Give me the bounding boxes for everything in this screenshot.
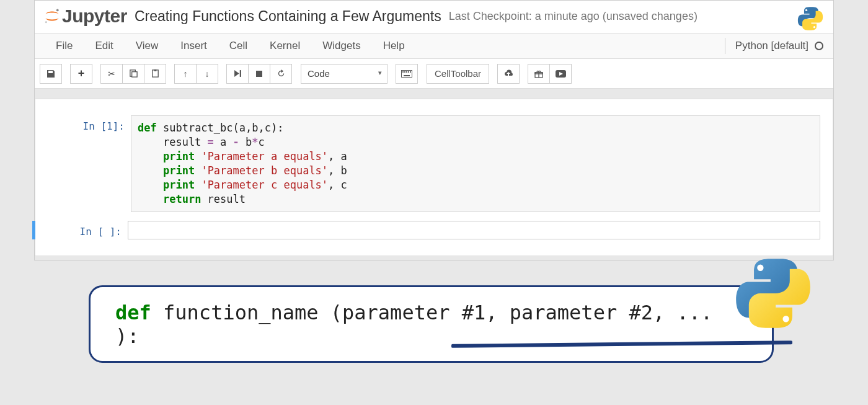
cut-button[interactable]: ✂ — [100, 64, 123, 84]
gift-button[interactable] — [528, 64, 550, 84]
gift-icon — [534, 69, 543, 78]
cloud-upload-icon — [503, 69, 514, 78]
command-palette-button[interactable] — [396, 64, 418, 84]
toolbar: + ✂ ↑ ↓ — [35, 59, 833, 89]
scissors-icon: ✂ — [108, 69, 115, 79]
upload-button[interactable] — [497, 64, 520, 84]
notebook-window: Jupyter Creating Functions Containing a … — [34, 0, 834, 260]
python-logo-large-icon — [732, 252, 814, 334]
menu-file[interactable]: File — [45, 36, 84, 56]
run-icon — [234, 69, 242, 78]
svg-rect-12 — [404, 71, 405, 73]
svg-rect-8 — [239, 70, 241, 77]
move-down-button[interactable]: ↓ — [196, 64, 218, 84]
notebook-panel: In [1]: def subtract_bc(a,b,c): result =… — [35, 99, 833, 256]
notebook-title[interactable]: Creating Functions Containing a Few Argu… — [135, 8, 441, 25]
youtube-icon — [556, 70, 566, 78]
paste-icon — [151, 69, 160, 78]
arrow-up-icon: ↑ — [184, 69, 188, 79]
restart-button[interactable] — [270, 64, 292, 84]
checkpoint-text: Last Checkpoint: a minute ago (unsaved c… — [449, 10, 698, 23]
svg-point-0 — [56, 9, 59, 11]
menu-cell[interactable]: Cell — [218, 36, 259, 56]
svg-rect-15 — [410, 71, 411, 73]
jupyter-logo-icon — [43, 7, 61, 25]
python-logo-icon — [796, 4, 825, 33]
def-keyword: def — [115, 301, 151, 324]
jupyter-logo: Jupyter — [43, 6, 127, 27]
prompt-in-2: In [ ]: — [35, 221, 128, 239]
menu-help[interactable]: Help — [372, 36, 416, 56]
svg-rect-7 — [154, 69, 156, 71]
menu-widgets[interactable]: Widgets — [311, 36, 371, 56]
cell-type-value: Code — [308, 68, 330, 79]
arrow-down-icon: ↓ — [205, 69, 210, 79]
interrupt-button[interactable] — [248, 64, 270, 84]
insert-cell-button[interactable]: + — [70, 64, 92, 84]
save-icon — [46, 69, 56, 79]
svg-rect-16 — [404, 75, 410, 76]
svg-point-2 — [805, 9, 807, 11]
menu-insert[interactable]: Insert — [169, 36, 218, 56]
kernel-indicator: Python [default] — [725, 38, 823, 54]
code-input-2[interactable] — [128, 221, 820, 239]
kernel-name: Python [default] — [735, 40, 808, 52]
paste-button[interactable] — [144, 64, 166, 84]
svg-rect-11 — [402, 71, 404, 73]
jupyter-brand-text: Jupyter — [62, 6, 127, 27]
code-cell-1[interactable]: In [1]: def subtract_bc(a,b,c): result =… — [35, 115, 833, 212]
code-input-1[interactable]: def subtract_bc(a,b,c): result = a - b*c… — [131, 115, 820, 212]
code-cell-2[interactable]: In [ ]: — [32, 221, 833, 239]
prompt-in-1: In [1]: — [35, 115, 131, 212]
menubar: File Edit View Insert Cell Kernel Widget… — [35, 33, 833, 59]
cell-toolbar-label: CellToolbar — [435, 68, 481, 79]
svg-point-19 — [757, 265, 763, 271]
menu-kernel[interactable]: Kernel — [259, 36, 311, 56]
syntax-text: def function_name (parameter #1, paramet… — [115, 301, 747, 348]
move-up-button[interactable]: ↑ — [174, 64, 197, 84]
svg-rect-5 — [131, 72, 136, 77]
plus-icon: + — [78, 67, 85, 80]
restart-icon — [277, 69, 286, 78]
svg-rect-14 — [408, 71, 409, 73]
svg-rect-13 — [406, 71, 407, 73]
keyboard-icon — [401, 70, 412, 78]
stop-icon — [255, 70, 263, 78]
menu-view[interactable]: View — [125, 36, 170, 56]
svg-point-1 — [45, 21, 47, 23]
save-button[interactable] — [40, 64, 62, 84]
svg-rect-9 — [256, 71, 262, 77]
syntax-callout: def function_name (parameter #1, paramet… — [89, 285, 774, 363]
copy-button[interactable] — [122, 64, 144, 84]
copy-icon — [129, 69, 138, 78]
header: Jupyter Creating Functions Containing a … — [35, 1, 833, 33]
run-button[interactable] — [226, 64, 249, 84]
menu-edit[interactable]: Edit — [84, 36, 124, 56]
notebook-area: In [1]: def subtract_bc(a,b,c): result =… — [35, 89, 833, 260]
cell-type-select[interactable]: Code — [301, 64, 388, 84]
svg-point-20 — [782, 316, 789, 322]
kernel-status-icon — [815, 42, 823, 50]
youtube-button[interactable] — [549, 64, 572, 84]
cell-toolbar-button[interactable]: CellToolbar — [427, 64, 489, 84]
svg-point-3 — [813, 26, 815, 28]
syntax-rest: function_name (parameter #1, parameter #… — [115, 301, 712, 348]
